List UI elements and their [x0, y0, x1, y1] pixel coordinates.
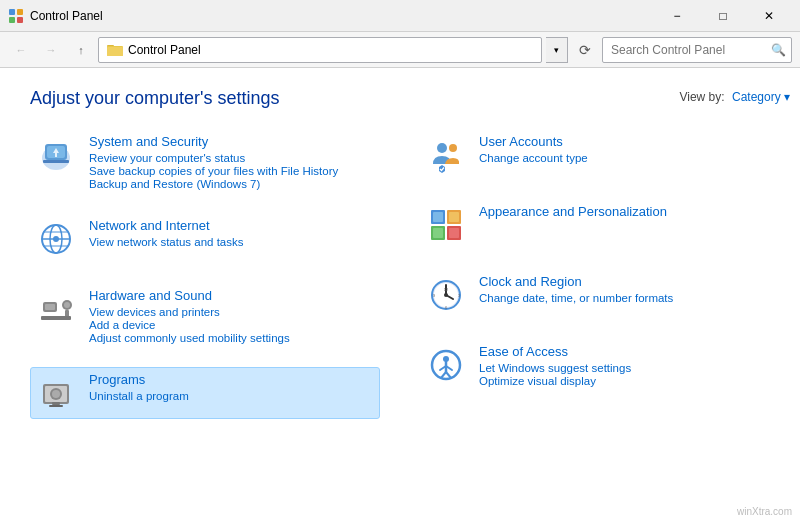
right-column: User Accounts Change account type	[420, 129, 770, 437]
settings-grid: System and Security Review your computer…	[30, 129, 770, 437]
category-user-accounts[interactable]: User Accounts Change account type	[420, 129, 770, 181]
svg-point-31	[437, 143, 447, 153]
programs-link-1[interactable]: Uninstall a program	[89, 390, 375, 402]
watermark: winXtra.com	[737, 506, 792, 517]
maximize-button[interactable]: □	[700, 0, 746, 32]
svg-point-22	[64, 302, 70, 308]
svg-text:12: 12	[444, 287, 449, 292]
svg-rect-3	[17, 17, 23, 23]
programs-icon	[35, 372, 77, 414]
clock-region-icon: 12 3 6 9	[425, 274, 467, 316]
search-icon: 🔍	[771, 43, 786, 57]
minimize-button[interactable]: −	[654, 0, 700, 32]
category-hardware-sound[interactable]: Hardware and Sound View devices and prin…	[30, 283, 380, 349]
clock-region-link-1[interactable]: Change date, time, or number formats	[479, 292, 765, 304]
svg-rect-39	[433, 228, 443, 238]
svg-point-32	[449, 144, 457, 152]
ease-of-access-icon	[425, 344, 467, 386]
ease-of-access-text: Ease of Access Let Windows suggest setti…	[479, 344, 765, 387]
clock-region-title[interactable]: Clock and Region	[479, 274, 765, 289]
ease-of-access-link-1[interactable]: Let Windows suggest settings	[479, 362, 765, 374]
search-input[interactable]	[602, 37, 792, 63]
ease-of-access-title[interactable]: Ease of Access	[479, 344, 765, 359]
network-internet-title[interactable]: Network and Internet	[89, 218, 375, 233]
title-bar: Control Panel − □ ✕	[0, 0, 800, 32]
address-dropdown[interactable]: ▾	[546, 37, 568, 63]
address-path[interactable]: Control Panel	[98, 37, 542, 63]
programs-title[interactable]: Programs	[89, 372, 375, 387]
svg-rect-30	[49, 405, 63, 407]
category-appearance[interactable]: Appearance and Personalization	[420, 199, 770, 251]
svg-rect-40	[449, 228, 459, 238]
user-accounts-link-1[interactable]: Change account type	[479, 152, 765, 164]
hardware-sound-link-1[interactable]: View devices and printers	[89, 306, 375, 318]
svg-rect-1	[17, 9, 23, 15]
clock-region-text: Clock and Region Change date, time, or n…	[479, 274, 765, 304]
network-internet-icon	[35, 218, 77, 260]
system-security-title[interactable]: System and Security	[89, 134, 375, 149]
folder-icon	[107, 42, 123, 58]
window-title: Control Panel	[30, 9, 654, 23]
svg-rect-10	[43, 160, 69, 163]
svg-rect-20	[45, 304, 55, 310]
network-internet-link-1[interactable]: View network status and tasks	[89, 236, 375, 248]
forward-button[interactable]: →	[38, 37, 64, 63]
svg-rect-0	[9, 9, 15, 15]
viewby-dropdown[interactable]: Category ▾	[732, 90, 790, 104]
category-clock-region[interactable]: 12 3 6 9 Clock and Region Change date, t…	[420, 269, 770, 321]
system-security-link-2[interactable]: Save backup copies of your files with Fi…	[89, 165, 375, 177]
svg-point-28	[52, 390, 60, 398]
page-heading: Adjust your computer's settings	[30, 88, 770, 109]
hardware-sound-title[interactable]: Hardware and Sound	[89, 288, 375, 303]
system-security-icon	[35, 134, 77, 176]
appearance-icon	[425, 204, 467, 246]
category-programs[interactable]: Programs Uninstall a program	[30, 367, 380, 419]
svg-rect-24	[41, 316, 71, 320]
back-button[interactable]: ←	[8, 37, 34, 63]
svg-point-18	[53, 236, 59, 242]
category-network-internet[interactable]: Network and Internet View network status…	[30, 213, 380, 265]
user-accounts-title[interactable]: User Accounts	[479, 134, 765, 149]
appearance-title[interactable]: Appearance and Personalization	[479, 204, 765, 219]
svg-rect-12	[55, 153, 57, 157]
hardware-sound-link-3[interactable]: Adjust commonly used mobility settings	[89, 332, 375, 344]
svg-rect-29	[52, 402, 60, 405]
breadcrumb: Control Panel	[128, 43, 201, 57]
viewby-container: View by: Category ▾	[679, 90, 790, 104]
svg-line-56	[446, 372, 451, 378]
system-security-link-3[interactable]: Backup and Restore (Windows 7)	[89, 178, 375, 190]
hardware-sound-icon	[35, 288, 77, 330]
user-accounts-text: User Accounts Change account type	[479, 134, 765, 164]
user-accounts-icon	[425, 134, 467, 176]
programs-text: Programs Uninstall a program	[89, 372, 375, 402]
svg-point-45	[444, 293, 448, 297]
close-button[interactable]: ✕	[746, 0, 792, 32]
system-security-link-1[interactable]: Review your computer's status	[89, 152, 375, 164]
left-column: System and Security Review your computer…	[30, 129, 380, 437]
svg-line-55	[441, 372, 446, 378]
hardware-sound-text: Hardware and Sound View devices and prin…	[89, 288, 375, 344]
viewby-label: View by:	[679, 90, 724, 104]
refresh-button[interactable]: ⟳	[572, 37, 598, 63]
app-icon	[8, 8, 24, 24]
svg-rect-2	[9, 17, 15, 23]
address-bar: ← → ↑ Control Panel ▾ ⟳ 🔍	[0, 32, 800, 68]
category-system-security[interactable]: System and Security Review your computer…	[30, 129, 380, 195]
window-controls: − □ ✕	[654, 0, 792, 32]
main-content: Adjust your computer's settings View by:…	[0, 68, 800, 521]
search-wrapper: 🔍	[602, 37, 792, 63]
appearance-text: Appearance and Personalization	[479, 204, 765, 222]
svg-rect-38	[449, 212, 459, 222]
system-security-text: System and Security Review your computer…	[89, 134, 375, 190]
category-ease-of-access[interactable]: Ease of Access Let Windows suggest setti…	[420, 339, 770, 392]
hardware-sound-link-2[interactable]: Add a device	[89, 319, 375, 331]
svg-rect-37	[433, 212, 443, 222]
up-button[interactable]: ↑	[68, 37, 94, 63]
svg-rect-6	[107, 47, 123, 56]
ease-of-access-link-2[interactable]: Optimize visual display	[479, 375, 765, 387]
network-internet-text: Network and Internet View network status…	[89, 218, 375, 248]
